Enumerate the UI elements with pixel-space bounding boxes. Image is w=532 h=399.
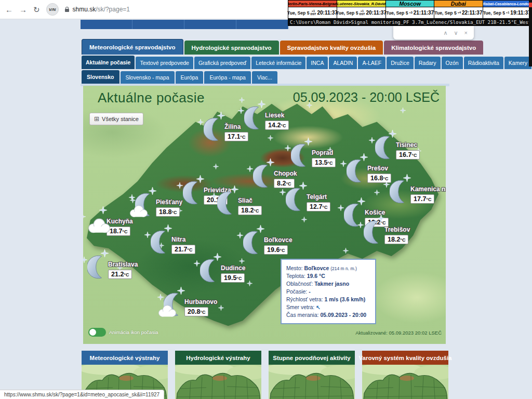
warning-card[interactable]: Varovný systém kvality ovzdušia: [362, 351, 448, 399]
station-name: Poprad: [312, 149, 336, 156]
clock-date: Tue, Sep 5: [434, 10, 456, 16]
find-close-icon[interactable]: ×: [464, 30, 468, 36]
region-tabs: SlovenskoSlovensko - mapaEurópaEurópa - …: [82, 70, 449, 84]
star-icon: [144, 232, 151, 238]
main-tab[interactable]: Spravodajstvo kvality ovzdušia: [280, 41, 383, 55]
warning-card-title[interactable]: Varovný systém kvality ovzdušia: [362, 351, 448, 365]
station-labels: Boľkovce 19.6°C: [264, 236, 292, 255]
weather-icon: [364, 220, 383, 245]
moon-icon: [204, 117, 223, 142]
station-temperature: 17.7°C: [410, 194, 434, 204]
sub-tab[interactable]: Grafická predpoveď: [194, 57, 250, 69]
weather-station[interactable]: Boľkovce 19.6°C: [243, 230, 292, 255]
sub-tab[interactable]: Kamery: [504, 57, 531, 69]
sub-tab[interactable]: Letecké informácie: [251, 57, 305, 69]
sub-tab[interactable]: Ozón: [442, 57, 463, 69]
clock-column: Moscow Tue, Sep 5 +3 21:11:37: [386, 1, 434, 18]
forward-icon[interactable]: →: [19, 6, 27, 14]
sub-tab[interactable]: ALADIN: [329, 57, 357, 69]
warning-card[interactable]: Stupne povodňovej aktivity: [269, 351, 355, 399]
sub-tab[interactable]: Aktuálne počasie: [82, 56, 135, 69]
station-labels: Dudince 19.5°C: [221, 264, 245, 283]
all-stations-button[interactable]: ⊞ Všetky stanice: [89, 113, 143, 125]
info-row: Čas merania: 05.09.2023 - 20:00: [286, 312, 370, 318]
web-page: Meteorologické spravodajstvoHydrologické…: [0, 19, 532, 399]
weather-icon: [390, 179, 409, 204]
region-tab[interactable]: Európa: [176, 71, 204, 84]
weather-icon: [204, 117, 223, 142]
sub-tab[interactable]: A-LAEF: [358, 57, 385, 69]
find-previous-icon[interactable]: ∧: [443, 30, 447, 36]
star-icon: [213, 164, 219, 169]
map-datetime: 05.09.2023 - 20:00 LSEČ: [293, 90, 440, 105]
clock-time: 20:11:37: [317, 10, 337, 16]
clock-column: Rabat-Casablanca-London Tue, Sep 5 +1 19…: [483, 1, 531, 18]
weather-station[interactable]: Bratislava 21.2°C: [87, 255, 138, 280]
weather-station[interactable]: Prešov 16.8°C: [347, 158, 391, 183]
site-navbar: [81, 20, 288, 29]
station-labels: Liesek 14.2°C: [265, 112, 289, 130]
weather-station[interactable]: Sliač 18.2°C: [217, 191, 262, 216]
sub-tab[interactable]: Radary: [415, 57, 441, 69]
weather-station[interactable]: Poprad 13.5°C: [291, 143, 336, 168]
warning-card-title[interactable]: Hydrologické výstrahy: [175, 351, 261, 365]
main-tab[interactable]: Hydrologické spravodajstvo: [184, 41, 279, 55]
weather-station[interactable]: Liesek 14.2°C: [244, 105, 289, 130]
region-tab[interactable]: Viac...: [252, 71, 277, 84]
region-tab[interactable]: Slovensko: [82, 70, 119, 84]
animation-toggle[interactable]: [88, 328, 106, 337]
weather-map: Aktuálne počasie 05.09.2023 - 20:00 LSEČ…: [83, 86, 446, 344]
district-map-thumbnail[interactable]: [362, 365, 448, 399]
district-map-thumbnail[interactable]: [269, 365, 355, 399]
weather-station[interactable]: Hurbanovo 20.8°C: [164, 292, 217, 317]
weather-station[interactable]: Tisinec 16.7°C: [375, 135, 420, 160]
weather-station[interactable]: Kuchyňa 18.7°C: [86, 211, 133, 236]
warning-card-title[interactable]: Meteorologické výstrahy: [82, 351, 168, 365]
main-tab[interactable]: Klimatologické spravodajstvo: [384, 41, 483, 55]
moon-icon: [347, 158, 366, 183]
warning-card-title[interactable]: Stupne povodňovej aktivity: [269, 351, 355, 365]
weather-station[interactable]: Chopok 8.2°C: [253, 164, 297, 189]
station-name: Dudince: [221, 264, 245, 272]
animation-toggle-group: Animácia ikon počasia: [88, 328, 158, 337]
extension-avatar[interactable]: V/N: [46, 3, 59, 16]
station-labels: Prešov 16.8°C: [367, 165, 391, 183]
moon-icon: [183, 180, 203, 205]
district-map-thumbnail[interactable]: [175, 365, 261, 399]
find-next-icon[interactable]: ∨: [454, 30, 458, 36]
region-tab[interactable]: Slovensko - mapa: [121, 71, 175, 84]
weather-station[interactable]: Nitra 21.7°C: [151, 230, 195, 255]
main-tab[interactable]: Meteorologické spravodajstvo: [82, 39, 183, 55]
reload-icon[interactable]: ↻: [33, 6, 40, 14]
moon-icon: [217, 191, 237, 216]
region-tab[interactable]: Európa - mapa: [204, 71, 250, 84]
sub-tab[interactable]: Rádioaktivita: [464, 57, 503, 69]
clock-time-row: Tue, Sep 5 +1 DST 20:11:37: [337, 7, 385, 18]
clock-date: Tue, Sep 5: [287, 10, 309, 16]
sub-tab[interactable]: Družice: [387, 57, 414, 69]
url-bar[interactable]: shmu.sk/sk/?page=1: [65, 6, 130, 13]
clock-city-label: Moscow: [386, 1, 434, 7]
weather-station[interactable]: Telgárt 12.7°C: [286, 187, 330, 212]
moon-icon: [364, 220, 383, 245]
weather-station[interactable]: Kamenica n.C. 17.7°C: [390, 179, 446, 204]
weather-station[interactable]: Dudince 19.5°C: [200, 258, 245, 283]
sub-tab[interactable]: INCA: [307, 57, 328, 69]
clock-city-label: Berlin-Paris-Vienna-Belgrade: [288, 1, 337, 7]
weather-station[interactable]: Piešťany 18.8°C: [135, 192, 182, 217]
station-name: Telgárt: [307, 193, 330, 201]
star-icon: [268, 135, 273, 141]
back-icon[interactable]: ←: [5, 6, 13, 14]
cloud-icon: [156, 304, 178, 318]
weather-station[interactable]: Žilina 17.1°C: [204, 117, 248, 142]
weather-station[interactable]: Trebišov 18.2°C: [364, 220, 410, 245]
main-tabs: Meteorologické spravodajstvoHydrologické…: [82, 39, 449, 55]
star-icon: [177, 182, 183, 189]
console-command-line[interactable]: C:\Users\Roman Dávid>Signal monitoring_P…: [288, 18, 531, 25]
sub-tab[interactable]: Textové predpovede: [136, 57, 193, 69]
info-row: Oblačnosť: Takmer jasno: [286, 281, 370, 287]
warning-card[interactable]: Hydrologické výstrahy: [175, 351, 261, 399]
weather-icon: [243, 230, 263, 255]
star-icon: [157, 294, 164, 300]
clock-offset: +1: [506, 11, 509, 15]
